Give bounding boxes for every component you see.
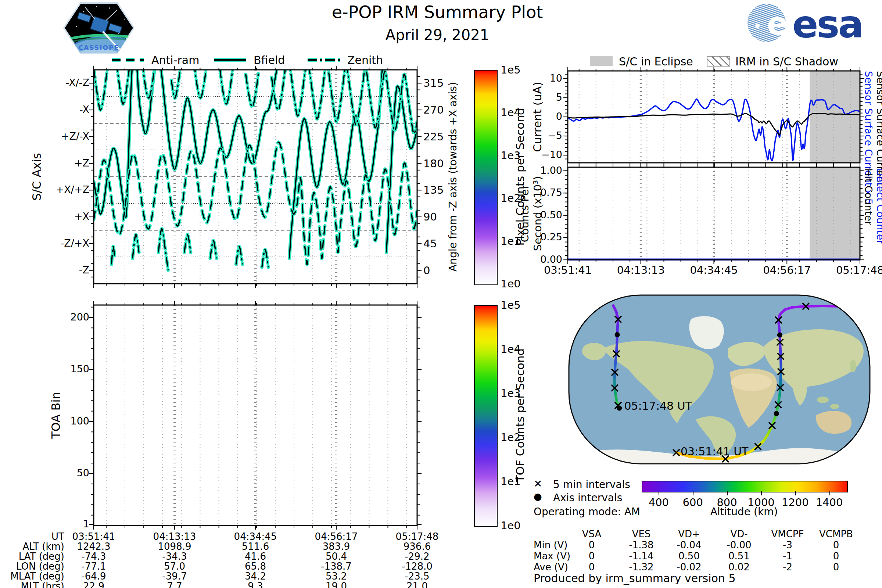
counts-tick: 1.00 <box>452 165 562 176</box>
tof-cb-tick: 1e2 <box>501 431 521 444</box>
ephemeris-cell: -39.7 <box>134 571 215 582</box>
ephemeris-cell: -128.0 <box>376 561 458 572</box>
angle-tick: 0 <box>423 264 430 277</box>
pixel-cb-tick: 1e5 <box>501 64 521 76</box>
legend-label-bfield: Bfield <box>254 54 285 66</box>
pixel-cb-tick: 1e1 <box>501 235 521 248</box>
legend-line-sample-anti-ram <box>110 54 146 65</box>
legend-label-anti-ram: Anti-ram <box>152 54 199 66</box>
tof-cb-tick: 1e4 <box>501 343 521 356</box>
altitude-tick-mark <box>795 491 796 495</box>
ephemeris-cell: 57.0 <box>134 561 215 572</box>
ephemeris-cell: -138.7 <box>296 561 376 572</box>
legend-line-sample-bfield <box>212 54 248 65</box>
angle-tick: 135 <box>423 184 444 196</box>
pixel-cb-tick: 1e2 <box>501 192 521 204</box>
toa-tick: 50 <box>0 467 89 478</box>
sc-axis-category: +X/+Z <box>0 184 89 195</box>
altitude-tick-mark <box>658 491 659 495</box>
ephemeris-cell: 1098.9 <box>134 541 215 552</box>
ephemeris-cell: 21.0 <box>376 580 458 588</box>
eclipse-swatch <box>590 56 613 66</box>
cassiope-mission-patch: CASSIOPE <box>62 1 136 55</box>
marker-x-label: 5 min intervals <box>553 478 630 490</box>
altitude-tick-mark <box>727 491 728 495</box>
ephemeris-cell: 511.6 <box>215 541 296 552</box>
altitude-tick-mark <box>830 491 830 495</box>
altitude-colorbar <box>642 481 848 492</box>
ephemeris-cell: 04:13:13 <box>134 531 215 542</box>
ephemeris-cell: 22.9 <box>53 580 134 588</box>
shadow-legend-label: IRM in S/C Shadow <box>735 55 838 68</box>
page-title: e-POP IRM Summary Plot <box>257 2 617 22</box>
current-plot <box>568 71 860 163</box>
patch-label: CASSIOPE <box>79 44 119 51</box>
toa-tick: 100 <box>0 415 89 427</box>
legend-line-sample-zenith <box>306 54 341 65</box>
angle-tick: 90 <box>423 211 437 223</box>
ephemeris-cell: 34.2 <box>215 571 296 582</box>
shadow-swatch <box>707 56 730 66</box>
voltage-cell: 0 <box>807 540 866 550</box>
ephemeris-cell: 9.3 <box>215 580 296 588</box>
ephemeris-cell: 41.6 <box>215 551 296 562</box>
ephemeris-cell: 50.4 <box>296 551 376 562</box>
sc-axis-category: +Z/-X <box>0 130 89 142</box>
ephemeris-cell: -77.1 <box>53 561 134 572</box>
ephemeris-cell: -64.9 <box>53 571 134 582</box>
ephemeris-cell: -34.3 <box>134 551 215 562</box>
ephemeris-cell: 1242.3 <box>53 541 134 552</box>
world-map: 03:51:41 UT05:17:48 UT <box>568 294 871 465</box>
current-tick: 5 <box>452 92 562 103</box>
ephemeris-cell: 383.9 <box>296 541 376 552</box>
toa-tick: 200 <box>0 311 89 322</box>
pixel-cb-tick: 1e3 <box>501 149 521 162</box>
svg-text:03:51:41 UT: 03:51:41 UT <box>681 445 748 458</box>
angle-tick: 270 <box>423 104 444 116</box>
sc-axis-category: -X/-Z <box>0 77 89 88</box>
sc-axis-category: +X <box>0 211 89 222</box>
angle-tick: 225 <box>423 130 444 143</box>
eclipse-legend-label: S/C in Eclipse <box>619 55 693 68</box>
ephemeris-cell: 19.0 <box>296 580 376 588</box>
sc-axis-legend: Anti-ramBfieldZenith <box>110 54 390 68</box>
counts-tick: 0.00 <box>452 254 562 265</box>
tof-cb-tick: 1e3 <box>501 387 521 399</box>
pixel-cb-tick: 1e0 <box>501 278 521 290</box>
ephemeris-cell: 03:51:41 <box>53 531 134 542</box>
voltage-cell: 0 <box>807 561 866 573</box>
angle-tick: 315 <box>423 77 444 89</box>
ephemeris-cell: 04:34:45 <box>215 531 296 542</box>
ephemeris-cell: 05:17:48 <box>376 531 458 542</box>
ephemeris-cell: 936.6 <box>376 541 458 552</box>
counts-tick: 0.50 <box>452 209 562 220</box>
ephemeris-cell: -23.5 <box>376 571 458 582</box>
toa-tick: 1 <box>0 518 89 530</box>
legend-label-zenith: Zenith <box>347 54 383 66</box>
tof-cb-tick: 1e1 <box>501 475 521 488</box>
esa-logo: e esa <box>745 2 878 46</box>
page-date: April 29, 2021 <box>257 27 617 44</box>
angle-tick: 45 <box>423 237 437 250</box>
svg-text:05:17:48 UT: 05:17:48 UT <box>624 399 692 412</box>
tof-cb-tick: 1e0 <box>501 519 521 532</box>
ephemeris-cell: 53.2 <box>296 571 376 582</box>
pixel-cb-tick: 1e4 <box>501 106 521 119</box>
altitude-tick: 1400 <box>774 496 882 508</box>
current-tick: −5 <box>452 130 562 141</box>
summary-plot-page: CASSIOPE e-POP IRM Summary Plot April 29… <box>0 0 882 588</box>
angle-tick: 180 <box>423 157 444 170</box>
tof-colorbar-label: TOF Counts per Second <box>513 348 526 483</box>
esa-wordmark: esa <box>792 2 862 46</box>
sc-axis-category: -Z <box>0 264 89 276</box>
voltage-cell: 0 <box>807 550 866 561</box>
altitude-tick-mark <box>693 491 693 495</box>
altitude-tick-mark <box>761 491 762 495</box>
toa-tick: 150 <box>0 363 89 375</box>
ephemeris-cell: 7.7 <box>134 580 215 588</box>
marker-dot-symbol: ● <box>534 491 542 502</box>
ephemeris-cell: -29.2 <box>376 551 458 562</box>
sc-axis-plot <box>94 70 417 284</box>
esa-e-glyph: e <box>767 5 788 42</box>
sc-axis-category: -X <box>0 104 89 115</box>
